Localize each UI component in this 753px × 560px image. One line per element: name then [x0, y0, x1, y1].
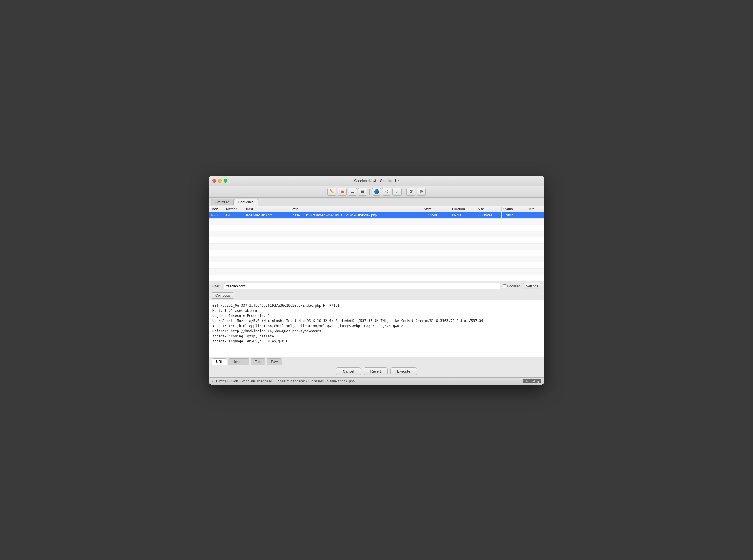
settings-button[interactable]: ⚙ — [417, 188, 426, 196]
empty-row — [209, 262, 544, 268]
status-bar: GET http://lab1.xseclab.com/base1_0ef337… — [209, 377, 544, 384]
empty-row — [209, 256, 544, 262]
header-duration: Duration — [450, 207, 476, 211]
cell-status: Editing — [502, 213, 527, 218]
header-info: Info — [527, 207, 544, 211]
empty-row — [209, 268, 544, 275]
empty-row — [209, 237, 544, 244]
header-path: Path — [290, 207, 422, 211]
empty-row — [209, 225, 544, 231]
cell-start: 10:53:49 — [422, 213, 450, 218]
filter-checkbox-area: Focused — [503, 284, 521, 288]
request-line-5: Accept: text/html,application/xhtml+xml,… — [212, 323, 541, 328]
request-text-area: GET /base1_0ef337f3afbe42d5619d7a36c19c2… — [209, 300, 544, 357]
execute-button[interactable]: Execute — [390, 367, 417, 375]
empty-row — [209, 250, 544, 256]
check-button[interactable]: ✓ — [392, 188, 402, 196]
toolbar: ✏️ ⏺ ☁ ⏹ 🔵 ↺ ✓ ⚒ ⚙ — [209, 186, 544, 198]
cell-host: lab1.xseclab.com — [244, 213, 290, 218]
recording-badge: Recording — [523, 379, 541, 383]
filter-input[interactable] — [224, 283, 500, 289]
request-line-8: Accept-Language: en-US;q=0.8,en;q=0.6 — [212, 339, 541, 344]
pencil-icon: ✎ — [211, 214, 213, 217]
close-button[interactable] — [212, 179, 216, 183]
revert-button[interactable]: Revert — [364, 367, 388, 375]
header-method: Method — [225, 207, 244, 211]
focused-label: Focused — [507, 284, 521, 288]
cell-duration: 66 ms — [450, 213, 476, 218]
traffic-lights — [212, 179, 227, 183]
toolbar-separator-2 — [404, 189, 404, 195]
table-header: Code Method Host Path Start Duration Siz… — [209, 206, 544, 213]
cell-info — [527, 213, 544, 218]
empty-row — [209, 244, 544, 250]
focused-checkbox[interactable] — [503, 284, 506, 288]
cloud-button[interactable]: ☁ — [348, 188, 357, 196]
request-line-6: Referer: http://hackinglab.cn/ShowQues.p… — [212, 328, 541, 334]
filter-settings-button[interactable]: Settings — [523, 283, 541, 289]
header-host: Host — [244, 207, 290, 211]
header-start: Start — [422, 207, 450, 211]
filter-bar: Filter: Focused Settings — [209, 281, 544, 292]
empty-row — [209, 231, 544, 237]
maximize-button[interactable] — [224, 179, 227, 183]
record-button[interactable]: ⏺ — [337, 188, 347, 196]
table-body: ✎ 200 GET lab1.xseclab.com /base1_0ef337… — [209, 213, 544, 281]
request-line-1: GET /base1_0ef337f3afbe42d5619d7a36c19c2… — [212, 303, 541, 308]
toolbar-separator-1 — [369, 189, 370, 195]
filter-label: Filter: — [212, 284, 222, 288]
cell-code: ✎ 200 — [209, 213, 225, 218]
request-line-7: Accept-Encoding: gzip, deflate — [212, 334, 541, 339]
minimize-button[interactable] — [218, 179, 221, 183]
window-title: Charles 4.1.3 – Session 1 * — [354, 179, 399, 183]
empty-row — [209, 275, 544, 281]
pen-tool-button[interactable]: ✏️ — [327, 188, 336, 196]
cell-path: /base1_0ef337f3afbe42d5619d7a36c19c20ab/… — [290, 213, 422, 218]
requests-table: Code Method Host Path Start Duration Siz… — [209, 206, 544, 281]
compose-button[interactable]: Compose — [211, 293, 234, 299]
status-url: GET http://lab1.xseclab.com/base1_0ef337… — [212, 379, 354, 383]
stop-button[interactable]: ⏹ — [358, 188, 367, 196]
header-size: Size — [476, 207, 502, 211]
header-status: Status — [502, 207, 527, 211]
request-line-3: Upgrade-Insecure-Requests: 1 — [212, 313, 541, 318]
tab-text[interactable]: Text — [251, 358, 265, 365]
compose-area: Compose — [209, 292, 544, 300]
cell-method: GET — [225, 213, 244, 218]
main-tabs: Structure Sequence — [209, 198, 544, 206]
title-bar: Charles 4.1.3 – Session 1 * — [209, 176, 544, 186]
request-line-2: Host: lab1.xseclab.com — [212, 308, 541, 313]
tab-structure[interactable]: Structure — [211, 199, 234, 205]
cell-size: 732 bytes — [476, 213, 502, 218]
tab-url[interactable]: URL — [212, 358, 227, 365]
tab-sequence[interactable]: Sequence — [234, 199, 258, 206]
header-code: Code — [209, 207, 225, 211]
empty-row — [209, 219, 544, 225]
tab-raw[interactable]: Raw — [267, 358, 282, 365]
breakpoint-button[interactable]: 🔵 — [372, 188, 381, 196]
bottom-tabs: URL Headers Text Raw — [209, 357, 544, 365]
refresh-button[interactable]: ↺ — [382, 188, 391, 196]
tab-headers[interactable]: Headers — [228, 358, 250, 365]
table-row[interactable]: ✎ 200 GET lab1.xseclab.com /base1_0ef337… — [209, 213, 544, 219]
empty-rows — [209, 219, 544, 281]
main-window: Charles 4.1.3 – Session 1 * ✏️ ⏺ ☁ ⏹ 🔵 ↺… — [209, 176, 544, 384]
action-buttons: Cancel Revert Execute — [209, 365, 544, 377]
cancel-button[interactable]: Cancel — [336, 367, 361, 375]
tools-button[interactable]: ⚒ — [406, 188, 416, 196]
request-line-4: User-Agent: Mozilla/5.0 (Macintosh; Inte… — [212, 318, 541, 323]
